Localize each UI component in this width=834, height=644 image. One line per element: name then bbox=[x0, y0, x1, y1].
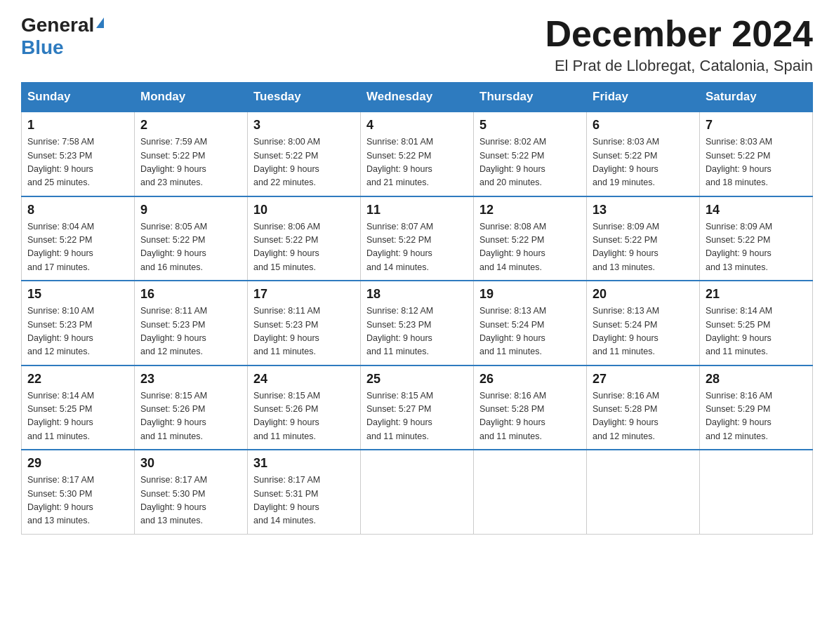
day-info: Sunrise: 8:03 AMSunset: 5:22 PMDaylight:… bbox=[593, 135, 694, 190]
calendar-cell: 5Sunrise: 8:02 AMSunset: 5:22 PMDaylight… bbox=[474, 112, 587, 196]
calendar-cell bbox=[587, 450, 700, 534]
calendar-header-saturday: Saturday bbox=[700, 83, 813, 112]
day-number: 18 bbox=[366, 287, 468, 302]
day-number: 7 bbox=[706, 118, 807, 133]
day-info: Sunrise: 8:15 AMSunset: 5:27 PMDaylight:… bbox=[366, 389, 468, 444]
calendar-header-monday: Monday bbox=[135, 83, 248, 112]
day-number: 31 bbox=[253, 456, 355, 471]
calendar-cell: 1Sunrise: 7:58 AMSunset: 5:23 PMDaylight… bbox=[22, 112, 135, 196]
day-number: 16 bbox=[140, 287, 241, 302]
calendar-cell: 28Sunrise: 8:16 AMSunset: 5:29 PMDayligh… bbox=[700, 365, 813, 450]
day-info: Sunrise: 8:11 AMSunset: 5:23 PMDaylight:… bbox=[140, 304, 241, 359]
day-info: Sunrise: 8:06 AMSunset: 5:22 PMDaylight:… bbox=[253, 220, 355, 275]
calendar-cell: 20Sunrise: 8:13 AMSunset: 5:24 PMDayligh… bbox=[587, 281, 700, 365]
calendar-cell: 6Sunrise: 8:03 AMSunset: 5:22 PMDaylight… bbox=[587, 112, 700, 196]
logo-general-text: General bbox=[21, 14, 94, 36]
day-number: 11 bbox=[366, 203, 468, 217]
calendar-week-row: 22Sunrise: 8:14 AMSunset: 5:25 PMDayligh… bbox=[22, 365, 813, 450]
logo-blue-text: Blue bbox=[21, 36, 64, 59]
calendar-header-wednesday: Wednesday bbox=[361, 83, 474, 112]
calendar-cell: 29Sunrise: 8:17 AMSunset: 5:30 PMDayligh… bbox=[22, 450, 135, 534]
day-number: 20 bbox=[593, 287, 694, 302]
calendar-header-row: SundayMondayTuesdayWednesdayThursdayFrid… bbox=[22, 83, 813, 112]
day-info: Sunrise: 8:17 AMSunset: 5:30 PMDaylight:… bbox=[27, 474, 128, 528]
day-number: 17 bbox=[253, 287, 355, 302]
day-info: Sunrise: 8:17 AMSunset: 5:31 PMDaylight:… bbox=[253, 474, 355, 528]
calendar-cell: 8Sunrise: 8:04 AMSunset: 5:22 PMDaylight… bbox=[22, 196, 135, 281]
day-info: Sunrise: 8:00 AMSunset: 5:22 PMDaylight:… bbox=[253, 135, 355, 190]
month-title: December 2024 bbox=[545, 14, 813, 54]
day-info: Sunrise: 8:16 AMSunset: 5:28 PMDaylight:… bbox=[479, 389, 581, 444]
day-number: 28 bbox=[706, 372, 807, 387]
calendar-cell: 31Sunrise: 8:17 AMSunset: 5:31 PMDayligh… bbox=[248, 450, 361, 534]
calendar-cell: 27Sunrise: 8:16 AMSunset: 5:28 PMDayligh… bbox=[587, 365, 700, 450]
calendar-cell: 16Sunrise: 8:11 AMSunset: 5:23 PMDayligh… bbox=[135, 281, 248, 365]
calendar-cell: 15Sunrise: 8:10 AMSunset: 5:23 PMDayligh… bbox=[22, 281, 135, 365]
day-number: 2 bbox=[140, 118, 241, 133]
day-number: 21 bbox=[706, 287, 807, 302]
day-number: 25 bbox=[366, 372, 468, 387]
logo: General Blue bbox=[21, 14, 104, 59]
day-number: 10 bbox=[253, 203, 355, 217]
day-number: 23 bbox=[140, 372, 241, 387]
day-number: 6 bbox=[593, 118, 694, 133]
calendar-cell: 7Sunrise: 8:03 AMSunset: 5:22 PMDaylight… bbox=[700, 112, 813, 196]
calendar-cell: 30Sunrise: 8:17 AMSunset: 5:30 PMDayligh… bbox=[135, 450, 248, 534]
day-info: Sunrise: 8:05 AMSunset: 5:22 PMDaylight:… bbox=[140, 220, 241, 275]
day-info: Sunrise: 8:16 AMSunset: 5:28 PMDaylight:… bbox=[593, 389, 694, 444]
day-number: 24 bbox=[253, 372, 355, 387]
calendar-header-tuesday: Tuesday bbox=[248, 83, 361, 112]
calendar-cell: 22Sunrise: 8:14 AMSunset: 5:25 PMDayligh… bbox=[22, 365, 135, 450]
day-info: Sunrise: 8:16 AMSunset: 5:29 PMDaylight:… bbox=[706, 389, 807, 444]
day-info: Sunrise: 8:13 AMSunset: 5:24 PMDaylight:… bbox=[593, 304, 694, 359]
day-info: Sunrise: 8:14 AMSunset: 5:25 PMDaylight:… bbox=[706, 304, 807, 359]
day-info: Sunrise: 7:58 AMSunset: 5:23 PMDaylight:… bbox=[27, 135, 128, 190]
day-number: 30 bbox=[140, 456, 241, 471]
day-number: 22 bbox=[27, 372, 128, 387]
day-number: 15 bbox=[27, 287, 128, 302]
day-info: Sunrise: 8:12 AMSunset: 5:23 PMDaylight:… bbox=[366, 304, 468, 359]
day-info: Sunrise: 8:15 AMSunset: 5:26 PMDaylight:… bbox=[253, 389, 355, 444]
calendar-week-row: 8Sunrise: 8:04 AMSunset: 5:22 PMDaylight… bbox=[22, 196, 813, 281]
calendar-cell: 14Sunrise: 8:09 AMSunset: 5:22 PMDayligh… bbox=[700, 196, 813, 281]
calendar-table: SundayMondayTuesdayWednesdayThursdayFrid… bbox=[21, 82, 813, 535]
location-title: El Prat de Llobregat, Catalonia, Spain bbox=[545, 57, 813, 75]
calendar-cell: 26Sunrise: 8:16 AMSunset: 5:28 PMDayligh… bbox=[474, 365, 587, 450]
day-number: 12 bbox=[479, 203, 581, 217]
day-number: 13 bbox=[593, 203, 694, 217]
day-info: Sunrise: 8:07 AMSunset: 5:22 PMDaylight:… bbox=[366, 220, 468, 275]
day-info: Sunrise: 8:01 AMSunset: 5:22 PMDaylight:… bbox=[366, 135, 468, 190]
day-info: Sunrise: 8:09 AMSunset: 5:22 PMDaylight:… bbox=[706, 220, 807, 275]
day-info: Sunrise: 8:15 AMSunset: 5:26 PMDaylight:… bbox=[140, 389, 241, 444]
day-number: 9 bbox=[140, 203, 241, 217]
calendar-cell: 13Sunrise: 8:09 AMSunset: 5:22 PMDayligh… bbox=[587, 196, 700, 281]
calendar-cell: 3Sunrise: 8:00 AMSunset: 5:22 PMDaylight… bbox=[248, 112, 361, 196]
calendar-cell bbox=[361, 450, 474, 534]
calendar-cell bbox=[474, 450, 587, 534]
calendar-header-sunday: Sunday bbox=[22, 83, 135, 112]
day-info: Sunrise: 8:10 AMSunset: 5:23 PMDaylight:… bbox=[27, 304, 128, 359]
day-number: 26 bbox=[479, 372, 581, 387]
calendar-week-row: 15Sunrise: 8:10 AMSunset: 5:23 PMDayligh… bbox=[22, 281, 813, 365]
calendar-cell: 23Sunrise: 8:15 AMSunset: 5:26 PMDayligh… bbox=[135, 365, 248, 450]
day-number: 3 bbox=[253, 118, 355, 133]
day-number: 29 bbox=[27, 456, 128, 471]
day-info: Sunrise: 8:14 AMSunset: 5:25 PMDaylight:… bbox=[27, 389, 128, 444]
calendar-cell: 18Sunrise: 8:12 AMSunset: 5:23 PMDayligh… bbox=[361, 281, 474, 365]
calendar-header-thursday: Thursday bbox=[474, 83, 587, 112]
calendar-header-friday: Friday bbox=[587, 83, 700, 112]
page-header: General Blue December 2024 El Prat de Ll… bbox=[21, 14, 813, 75]
day-number: 1 bbox=[27, 118, 128, 133]
day-number: 19 bbox=[479, 287, 581, 302]
calendar-cell: 24Sunrise: 8:15 AMSunset: 5:26 PMDayligh… bbox=[248, 365, 361, 450]
day-info: Sunrise: 8:11 AMSunset: 5:23 PMDaylight:… bbox=[253, 304, 355, 359]
calendar-cell: 21Sunrise: 8:14 AMSunset: 5:25 PMDayligh… bbox=[700, 281, 813, 365]
day-info: Sunrise: 8:09 AMSunset: 5:22 PMDaylight:… bbox=[593, 220, 694, 275]
title-section: December 2024 El Prat de Llobregat, Cata… bbox=[545, 14, 813, 75]
day-info: Sunrise: 8:03 AMSunset: 5:22 PMDaylight:… bbox=[706, 135, 807, 190]
day-number: 27 bbox=[593, 372, 694, 387]
calendar-cell: 19Sunrise: 8:13 AMSunset: 5:24 PMDayligh… bbox=[474, 281, 587, 365]
day-number: 14 bbox=[706, 203, 807, 217]
calendar-week-row: 1Sunrise: 7:58 AMSunset: 5:23 PMDaylight… bbox=[22, 112, 813, 196]
day-number: 5 bbox=[479, 118, 581, 133]
